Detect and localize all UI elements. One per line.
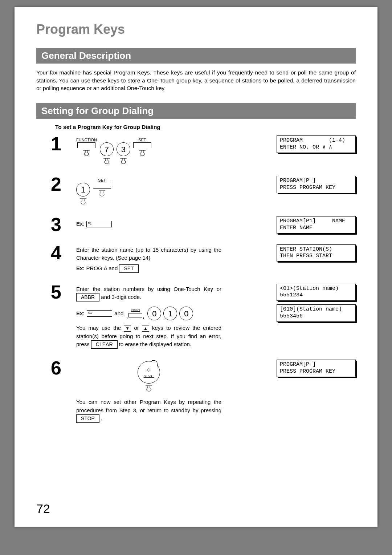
digit-key-0b: 0 xyxy=(179,307,193,320)
step-number: 6 xyxy=(51,360,71,377)
section-general-description: General Description xyxy=(36,48,356,64)
step-number: 2 xyxy=(51,176,71,193)
step-2: 2 1 SET PROGRAM[P ] PRESS PROGRA xyxy=(51,176,356,205)
lcd-display: [010](Station name) 5553456 xyxy=(277,304,356,322)
digit-key-1: 1 xyxy=(76,183,90,197)
step4-text: Enter the station name (up to 15 charact… xyxy=(76,246,221,262)
step-3: 3 Ex: P1 PROGRAM[P1] NAME ENTER NAME xyxy=(51,216,356,234)
abbr-key-graphic: ABBR xyxy=(127,308,144,319)
key-sequence-2: 1 SET xyxy=(76,177,221,205)
page-number: 72 xyxy=(36,502,50,516)
lcd-display: PROGRAM[P1] NAME ENTER NAME xyxy=(277,216,356,234)
page-title: Program Keys xyxy=(36,22,356,37)
set-key-label: SET xyxy=(138,137,146,142)
stop-key-inline: STOP xyxy=(76,414,99,423)
general-description-text: Your fax machine has special Program Key… xyxy=(36,69,356,92)
example-field-p1: P1 xyxy=(86,221,112,227)
digit-key-7: 7 xyxy=(100,142,114,156)
clear-key-inline: CLEAR xyxy=(91,340,118,349)
abbr-key-inline: ABBR xyxy=(76,293,99,301)
press-icon xyxy=(138,150,147,157)
press-icon xyxy=(119,158,128,165)
step-number: 3 xyxy=(51,216,71,233)
step5-text-b: and 3-digit code. xyxy=(99,294,141,300)
lcd-display: PROGRAM[P ] PRESS PROGRAM KEY xyxy=(277,176,356,193)
step-number: 1 xyxy=(51,135,71,153)
example-field-01: 01 xyxy=(87,310,112,317)
function-key-label: FUNCTION xyxy=(76,137,97,142)
digit-key-1: 1 xyxy=(163,307,177,320)
ex-label: Ex: xyxy=(76,220,85,227)
press-icon xyxy=(102,158,111,165)
section-group-dialing: Setting for Group Dialing xyxy=(36,103,356,119)
press-icon xyxy=(144,385,154,392)
diamond-icon: ◇ xyxy=(147,366,151,373)
press-icon xyxy=(78,198,88,205)
digit-key-3: 3 xyxy=(117,142,130,156)
step-number: 5 xyxy=(51,284,71,301)
set-key-inline: SET xyxy=(119,264,138,273)
digit-key-0: 0 xyxy=(147,307,161,320)
set-key xyxy=(93,183,111,189)
press-icon xyxy=(82,150,91,157)
press-icon xyxy=(97,190,107,197)
manual-page: Program Keys General Description Your fa… xyxy=(15,7,377,527)
step5-review-a: You may use the xyxy=(76,325,124,331)
start-key: ◇ START xyxy=(76,361,221,392)
step5-review-b: or xyxy=(131,325,142,331)
lcd-display: ENTER STATION(S) THEN PRESS START xyxy=(277,244,356,262)
up-arrow-key: ▲ xyxy=(142,325,149,332)
ex-value: PROG.A and xyxy=(86,265,119,271)
start-label: START xyxy=(144,374,154,379)
period: . xyxy=(99,415,102,421)
step6-text: You can now set other Program Keys by re… xyxy=(76,399,221,413)
step-6: 6 ◇ START You can now set other Program … xyxy=(51,360,356,423)
step5-text-a: Enter the station numbers by using One-T… xyxy=(76,286,221,292)
lcd-display: PROGRAM (1-4) ENTER NO. OR ∨ ∧ xyxy=(277,135,356,153)
lcd-display: <01>(Station name) 5551234 xyxy=(277,284,356,301)
and-text: and xyxy=(114,309,123,318)
key-sequence-1: FUNCTION 7 3 SET xyxy=(76,137,221,165)
set-key xyxy=(133,142,151,148)
step-1: 1 FUNCTION 7 3 xyxy=(51,135,356,165)
step-4: 4 Enter the station name (up to 15 chara… xyxy=(51,244,356,273)
step-number: 4 xyxy=(51,244,71,262)
function-key xyxy=(77,142,95,148)
step-5: 5 Enter the station numbers by using One… xyxy=(51,284,356,349)
group-dialing-subhead: To set a Program Key for Group Dialing xyxy=(55,124,356,130)
ex-prefix: Ex: xyxy=(76,265,86,271)
lcd-display: PROGRAM[P ] PRESS PROGRAM KEY xyxy=(277,360,356,377)
step5-review-d: to erase the displayed station. xyxy=(118,341,191,347)
down-arrow-key: ▼ xyxy=(124,325,131,332)
ex-label: Ex: xyxy=(76,309,85,318)
set-key-label: SET xyxy=(98,177,106,182)
